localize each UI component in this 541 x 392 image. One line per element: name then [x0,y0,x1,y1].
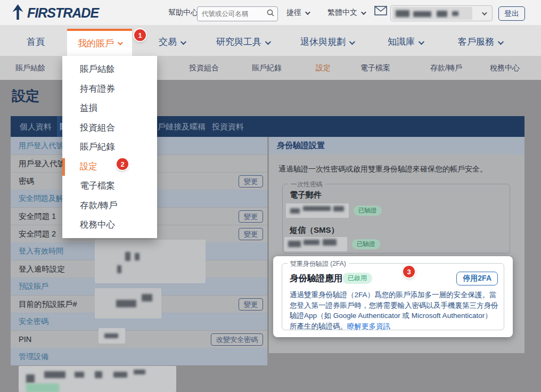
shortcuts-dropdown[interactable]: 捷徑 [286,8,309,18]
menu-item-edocuments[interactable]: 電子檔案 [62,176,157,196]
subnav-history[interactable]: 賬戶紀錄 [252,63,282,73]
tab-investment-profile[interactable]: 投資資料 [212,122,244,132]
menu-item-settings[interactable]: 設定 [62,157,157,177]
section-manage-devices: 管理設備 [11,348,267,365]
tour-step-2-badge: 2 [117,158,128,170]
auth-panel-header: 身份驗證設置 [269,137,524,154]
nav-retirement[interactable]: 退休與規劃 [300,36,354,48]
sms-label: 短信（SMS） [290,225,339,235]
change-password-button[interactable]: 變更 [239,175,263,187]
change-pin-button[interactable]: 改變安全密碼 [211,333,263,346]
twofa-legend: 雙重身份驗證 (2FA) [288,259,349,268]
nav-knowledge[interactable]: 知識庫 [388,36,423,48]
sms-verified-badge: 已驗證 [352,239,380,249]
redacted-device-info [19,366,176,392]
nav-customer-service[interactable]: 客戶服務 [458,36,502,48]
chevron-down-icon [349,39,355,45]
redacted-email [286,203,349,218]
subnav-balances[interactable]: 賬戶結餘 [15,63,45,73]
menu-item-gain-loss[interactable]: 益損 [62,99,157,118]
email-label: 電子郵件 [290,190,322,200]
chevron-down-icon [265,39,271,45]
subnav-edocuments[interactable]: 電子檔案 [360,63,390,73]
nav-my-account[interactable]: 我的賬戶 [67,29,132,56]
table-row-pin: PIN改變安全密碼 [11,330,267,348]
redacted-account-name [392,7,472,20]
twofa-group: 雙重身份驗證 (2FA) 身份驗證應用 已啟用 停用2FA 通過雙重身份驗證（2… [282,263,504,330]
help-center-link[interactable]: 幫助中心 [168,8,198,18]
menu-item-portfolio[interactable]: 投資組合 [62,118,157,138]
otp-group: 一次性密碼 電子郵件 已驗證 短信（SMS） 已驗證 [282,184,510,254]
change-q2-button[interactable]: 變更 [239,228,263,240]
nav-research-tools[interactable]: 研究與工具 [216,36,269,48]
twofa-enabled-badge: 已啟用 [342,273,372,284]
search-icon[interactable] [267,9,274,19]
learn-more-link[interactable]: 瞭解更多資訊 [347,322,390,330]
account-selector[interactable] [390,5,493,21]
top-header: FIRSTRADE 幫助中心 捷徑 繁體中文 登出 [0,0,541,25]
redacted-session-value [95,240,206,283]
chevron-down-icon [361,10,366,15]
firstrade-logo-icon [11,4,25,22]
search-input[interactable] [198,10,267,18]
logout-button[interactable]: 登出 [498,6,525,21]
chevron-down-icon [181,39,186,45]
menu-item-history[interactable]: 賬戶紀錄 [62,137,157,157]
change-default-account-button[interactable]: 變更 [239,298,263,311]
twofa-description: 通過雙重身份驗證（2FA）爲您的賬戶添加多一層的安全保護。當您登入第一證券賬戶時… [290,290,498,331]
change-q1-button[interactable]: 變更 [239,210,263,223]
auth-intro-text: 通過驗證一次性密碼或啟用雙重身份驗證來確保您的帳戶安全。 [278,165,515,174]
chevron-down-icon [118,40,123,45]
firstrade-settings-page: FIRSTRADE 幫助中心 捷徑 繁體中文 登出 首頁 交易 研 [0,0,541,392]
logo-text: FIRSTRADE [27,5,99,21]
subnav-settings[interactable]: 設定 [316,63,331,73]
redacted-pin [99,328,125,344]
menu-item-positions[interactable]: 持有證券 [62,79,157,99]
menu-item-tax-center[interactable]: 稅務中心 [62,215,157,235]
email-verified-badge: 已驗證 [354,206,382,216]
nav-trade[interactable]: 交易 [159,36,185,48]
redacted-phone [284,237,347,251]
chevron-down-icon [419,39,424,45]
tour-step-3-badge: 3 [403,266,415,277]
chevron-down-icon [305,10,310,15]
mail-icon[interactable] [374,5,387,18]
symbol-search[interactable] [197,6,278,21]
redacted-default-account [95,288,161,318]
twofa-card: 雙重身份驗證 (2FA) 身份驗證應用 已啟用 停用2FA 通過雙重身份驗證（2… [273,256,513,337]
subnav-portfolio[interactable]: 投資組合 [189,63,219,73]
my-account-dropdown: 賬戶結餘 持有證券 益損 投資組合 賬戶紀錄 設定 電子檔案 存款/轉戶 稅務中… [62,56,157,238]
chevron-down-icon [482,10,487,15]
tour-step-1-badge: 1 [134,29,146,41]
subnav-deposit-transfer[interactable]: 存款/轉戶 [430,63,462,73]
menu-item-balances[interactable]: 賬戶結餘 [62,60,157,79]
language-dropdown[interactable]: 繁體中文 [327,8,365,18]
nav-home[interactable]: 首頁 [27,36,45,48]
twofa-title: 身份驗證應用 [290,273,342,284]
firstrade-logo[interactable]: FIRSTRADE [11,4,99,22]
otp-legend: 一次性密碼 [288,180,325,189]
disable-2fa-button[interactable]: 停用2FA [456,272,498,285]
tab-account-link-nickname[interactable]: 賬戶鏈接及暱稱 [150,122,206,132]
tab-personal-info[interactable]: 個人資料 [20,122,52,132]
page-title: 設定 [12,87,39,105]
menu-item-deposit-transfer[interactable]: 存款/轉戶 [62,196,157,216]
chevron-down-icon [498,39,504,45]
subnav-tax-center[interactable]: 稅務中心 [490,63,520,73]
